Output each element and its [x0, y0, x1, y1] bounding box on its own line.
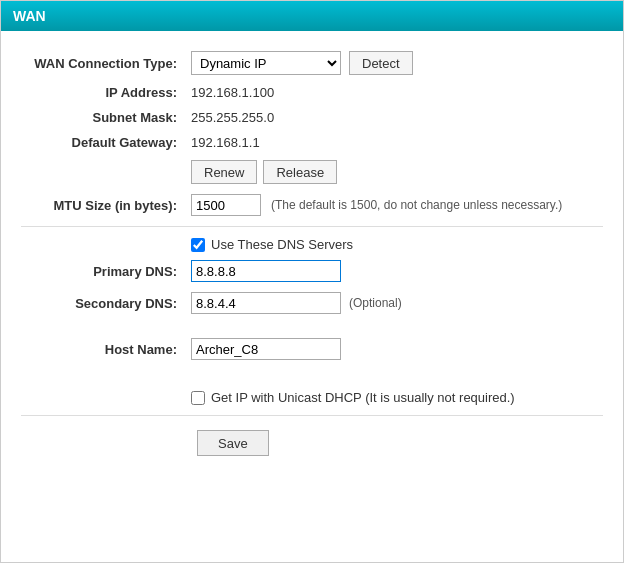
primary-dns-label: Primary DNS: — [21, 264, 191, 279]
use-dns-checkbox[interactable] — [191, 238, 205, 252]
panel-header: WAN — [1, 1, 623, 31]
subnet-mask-label: Subnet Mask: — [21, 110, 191, 125]
mtu-label: MTU Size (in bytes): — [21, 198, 191, 213]
optional-label: (Optional) — [349, 296, 402, 310]
default-gateway-row: Default Gateway: 192.168.1.1 — [21, 135, 603, 150]
use-dns-label[interactable]: Use These DNS Servers — [211, 237, 353, 252]
unicast-row: Get IP with Unicast DHCP (It is usually … — [191, 390, 603, 405]
spacer — [21, 324, 603, 338]
host-name-label: Host Name: — [21, 342, 191, 357]
spacer2 — [21, 370, 603, 384]
ip-address-label: IP Address: — [21, 85, 191, 100]
use-dns-row: Use These DNS Servers — [191, 237, 603, 252]
secondary-dns-row: Secondary DNS: (Optional) — [21, 292, 603, 314]
primary-dns-input[interactable] — [191, 260, 341, 282]
ip-address-row: IP Address: 192.168.1.100 — [21, 85, 603, 100]
renew-button[interactable]: Renew — [191, 160, 257, 184]
connection-type-label: WAN Connection Type: — [21, 56, 191, 71]
panel-body: WAN Connection Type: Dynamic IP Static I… — [1, 31, 623, 476]
panel-title: WAN — [13, 8, 46, 24]
connection-type-select[interactable]: Dynamic IP Static IP PPPoE L2TP PPTP — [191, 51, 341, 75]
secondary-dns-label: Secondary DNS: — [21, 296, 191, 311]
save-button[interactable]: Save — [197, 430, 269, 456]
mtu-input[interactable] — [191, 194, 261, 216]
host-name-row: Host Name: — [21, 338, 603, 360]
default-gateway-value: 192.168.1.1 — [191, 135, 260, 150]
primary-dns-row: Primary DNS: — [21, 260, 603, 282]
save-row: Save — [191, 430, 603, 456]
subnet-mask-row: Subnet Mask: 255.255.255.0 — [21, 110, 603, 125]
release-button[interactable]: Release — [263, 160, 337, 184]
unicast-label[interactable]: Get IP with Unicast DHCP (It is usually … — [211, 390, 515, 405]
subnet-mask-value: 255.255.255.0 — [191, 110, 274, 125]
section-divider — [21, 226, 603, 227]
ip-address-value: 192.168.1.100 — [191, 85, 274, 100]
section-divider-2 — [21, 415, 603, 416]
mtu-note: (The default is 1500, do not change unle… — [271, 198, 562, 212]
detect-button[interactable]: Detect — [349, 51, 413, 75]
mtu-row: MTU Size (in bytes): (The default is 150… — [21, 194, 603, 216]
hostname-input[interactable] — [191, 338, 341, 360]
default-gateway-label: Default Gateway: — [21, 135, 191, 150]
wan-panel: WAN WAN Connection Type: Dynamic IP Stat… — [0, 0, 624, 563]
unicast-checkbox[interactable] — [191, 391, 205, 405]
renew-release-row: Renew Release — [191, 160, 603, 184]
connection-type-row: WAN Connection Type: Dynamic IP Static I… — [21, 51, 603, 75]
secondary-dns-input[interactable] — [191, 292, 341, 314]
